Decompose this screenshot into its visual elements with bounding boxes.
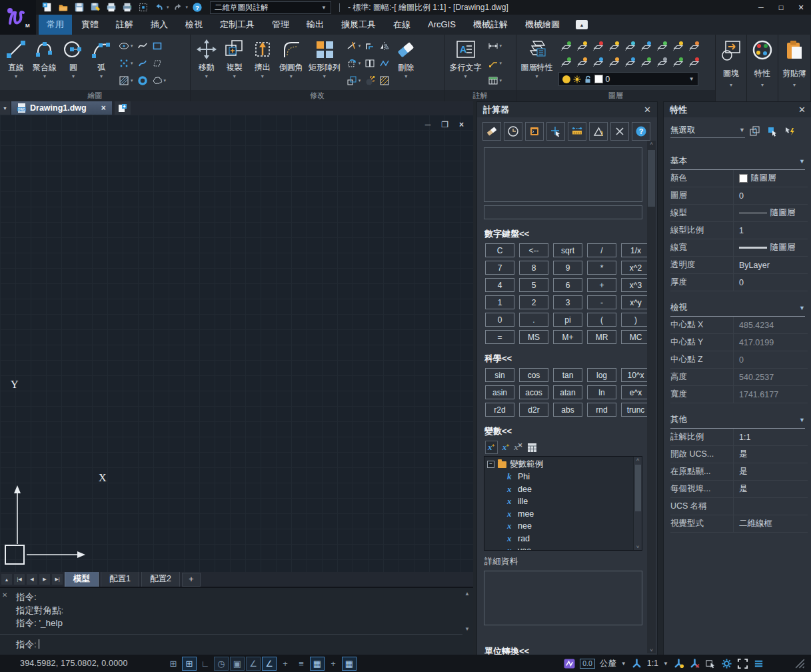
annotation-scale-button[interactable]: 1:1 xyxy=(647,659,658,668)
toggle-pickadd-button[interactable] xyxy=(782,124,797,138)
numpad-key-sym[interactable]: + xyxy=(587,278,616,292)
property-value[interactable]: 1:1 xyxy=(734,429,808,445)
panel-label-annotate[interactable]: 註解 xyxy=(445,90,516,101)
grid-display-toggle[interactable]: ⊞ xyxy=(166,657,181,671)
fillet-button[interactable]: 倒圓角▾ xyxy=(277,37,306,79)
numpad-key-9[interactable]: 9 xyxy=(553,261,582,275)
layer-copy-button[interactable] xyxy=(638,54,654,70)
line-button[interactable]: 直線▾ xyxy=(2,37,30,79)
measure-distance-button[interactable] xyxy=(568,122,586,141)
layer-lock-button[interactable] xyxy=(606,38,622,54)
property-value[interactable]: 485.4234 xyxy=(734,317,808,333)
property-value[interactable]: 是 xyxy=(734,481,808,497)
layer-isolate-button[interactable] xyxy=(558,38,574,54)
layer-dropdown[interactable]: 0▼ xyxy=(558,72,698,86)
mirror-button[interactable] xyxy=(377,37,392,55)
close-icon[interactable]: ✕ xyxy=(798,105,806,115)
layer-merge-button[interactable] xyxy=(654,38,670,54)
numpad-key-sym[interactable]: = xyxy=(485,330,514,344)
panel-label-draw[interactable]: 繪圖 xyxy=(0,90,190,101)
scroll-up-icon[interactable]: ˄ xyxy=(636,457,640,463)
numpad-key-pi[interactable]: pi xyxy=(553,313,582,327)
layout-tab-1[interactable]: 配置1 xyxy=(101,571,139,587)
variable-item-6[interactable]: xvee xyxy=(484,545,642,551)
property-value[interactable]: ByLayer xyxy=(734,257,808,273)
offset-button[interactable] xyxy=(363,37,377,55)
ribbon-tab-12[interactable]: 機械繪圖 xyxy=(517,15,568,35)
ribbon-tab-6[interactable]: 管理 xyxy=(264,15,297,35)
property-value[interactable]: 1 xyxy=(734,222,808,239)
variables-section-label[interactable]: 變數<< xyxy=(484,425,657,437)
layer-delete-button[interactable] xyxy=(686,54,702,70)
numpad-key-sym[interactable]: ) xyxy=(621,313,650,327)
ribbon-tab-11[interactable]: 機械註解 xyxy=(465,15,516,35)
dynamic-input-toggle[interactable]: + xyxy=(278,657,293,671)
workspace-dropdown[interactable]: 二維草圖與註解 ▼ xyxy=(210,1,331,14)
scientific-section-label[interactable]: 科學<< xyxy=(484,353,657,365)
numpad-key-sym[interactable]: * xyxy=(587,261,616,275)
property-value[interactable]: 0 xyxy=(734,187,808,204)
last-layout-button[interactable]: ▶| xyxy=(52,574,63,585)
properties-header[interactable]: 特性 ✕ xyxy=(664,102,811,117)
numpad-key-1[interactable]: 1 xyxy=(485,295,514,309)
table-button[interactable]: ▾ xyxy=(486,72,504,89)
sci-key-asin[interactable]: asin xyxy=(485,385,514,399)
move-button[interactable]: 移動▾ xyxy=(193,37,221,79)
sci-key-cos[interactable]: cos xyxy=(519,368,548,382)
sci-key-r2d[interactable]: r2d xyxy=(485,403,514,417)
edit-variable-button[interactable]: x+ xyxy=(502,441,510,453)
drawing-minimize-button[interactable]: ─ xyxy=(425,120,431,129)
property-value[interactable]: 是 xyxy=(734,463,808,480)
settings-gear-button[interactable] xyxy=(721,658,732,669)
palette-panel-button[interactable]: 特性▾ xyxy=(747,35,778,101)
units-format-button[interactable]: 0.0 xyxy=(580,659,595,669)
numpad-key-sym[interactable]: / xyxy=(587,243,616,257)
select-objects-button[interactable] xyxy=(764,124,780,138)
annotation-visibility-button[interactable] xyxy=(673,658,684,669)
revision-cloud-button[interactable]: ▾ xyxy=(150,72,169,89)
calculator-history-box[interactable] xyxy=(484,147,642,202)
new-file-button[interactable] xyxy=(40,1,54,13)
layer-order-button[interactable] xyxy=(654,54,670,70)
variable-item-4[interactable]: xnee xyxy=(484,520,642,533)
object-snap-toggle[interactable]: ▣ xyxy=(230,657,245,671)
next-layout-button[interactable]: ▶ xyxy=(39,574,50,585)
numpad-key-MS[interactable]: MS xyxy=(519,330,548,344)
edit-polyline-button[interactable] xyxy=(377,55,392,72)
calculator-header[interactable]: 計算器 ✕ xyxy=(477,102,657,117)
layer-spark-button[interactable] xyxy=(670,38,686,54)
dimension-button[interactable]: ▾ xyxy=(486,37,504,55)
layer-unlock-button[interactable] xyxy=(606,54,622,70)
sci-key-atan[interactable]: atan xyxy=(553,385,582,399)
snap-mode-toggle[interactable]: ⊞ xyxy=(182,657,197,671)
plot-button[interactable] xyxy=(104,1,118,13)
property-value[interactable]: 0 xyxy=(734,274,808,291)
variable-item-3[interactable]: xmee xyxy=(484,508,642,521)
ribbon-tab-7[interactable]: 輸出 xyxy=(299,15,332,35)
layer-walk-button[interactable] xyxy=(638,38,654,54)
ribbon-tab-10[interactable]: ArcGIS xyxy=(420,15,464,34)
scroll-down-icon[interactable]: ˅ xyxy=(650,647,653,653)
erase-button[interactable]: 刪除▾ xyxy=(392,37,420,79)
undo-button[interactable] xyxy=(152,1,166,13)
variable-item-5[interactable]: xrad xyxy=(484,533,642,545)
panel-label-layer[interactable]: 圖層 xyxy=(516,90,715,101)
auto-annotation-scale-button[interactable] xyxy=(689,658,700,669)
ellipse-button[interactable]: ▾ xyxy=(117,37,135,55)
print-button[interactable] xyxy=(120,1,134,13)
numpad-key-MC[interactable]: MC xyxy=(621,330,650,344)
minimize-button[interactable]: ─ xyxy=(751,0,771,15)
calculator-input[interactable] xyxy=(484,205,642,219)
property-value[interactable]: 1741.6177 xyxy=(734,386,808,403)
drawing-restore-button[interactable]: ❐ xyxy=(441,120,448,129)
ribbon-tab-5[interactable]: 定制工具 xyxy=(212,15,263,35)
command-scrollbar[interactable]: ▲ ▼ xyxy=(463,591,471,632)
numpad-key-sym[interactable]: . xyxy=(519,313,548,327)
ribbon-tab-3[interactable]: 插入 xyxy=(143,15,176,35)
rectangle-button[interactable] xyxy=(150,37,169,55)
transparency-display-toggle[interactable]: ▦ xyxy=(310,657,325,671)
leader-button[interactable]: ▾ xyxy=(486,55,504,72)
ribbon-tab-1[interactable]: 實體 xyxy=(73,15,107,35)
variables-tree[interactable]: − 變數範例 kPhixdeexillexmeexneexradxvee ˄ ˅ xyxy=(484,456,642,551)
history-button[interactable] xyxy=(504,122,522,141)
